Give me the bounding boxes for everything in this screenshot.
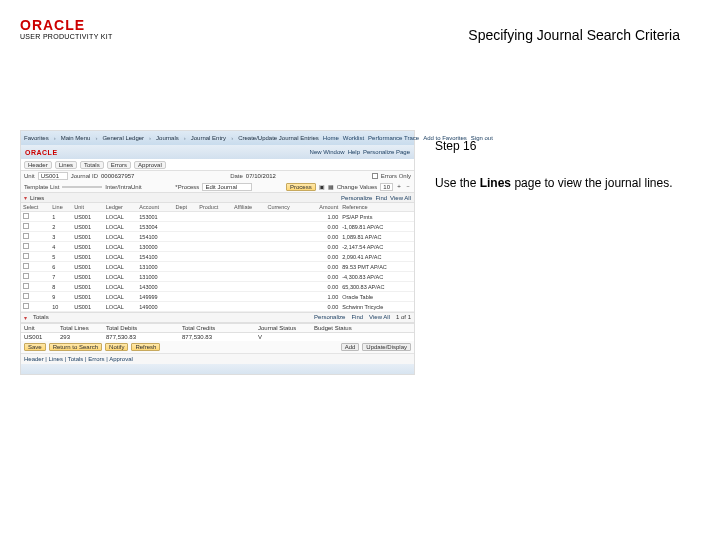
bc-sep <box>53 135 57 141</box>
cell-line: 7 <box>50 272 72 282</box>
unit-field[interactable]: US001 <box>38 172 68 180</box>
bc-0[interactable]: Favorites <box>24 135 49 141</box>
row-checkbox[interactable] <box>23 213 29 219</box>
perf-link[interactable]: Performance Trace <box>368 135 419 141</box>
bc-1[interactable]: Main Menu <box>61 135 91 141</box>
th-unit: Unit <box>24 325 54 331</box>
table-row[interactable]: 5US001LOCAL1541000.002,090.41 AP/AC <box>21 252 414 262</box>
tab-lines[interactable]: Lines <box>55 161 77 169</box>
minus-icon[interactable]: － <box>405 182 411 191</box>
row-checkbox[interactable] <box>23 283 29 289</box>
new-window-link[interactable]: New Window <box>310 149 345 155</box>
tab-approval[interactable]: Approval <box>134 161 166 169</box>
cell-amount: 0.00 <box>305 242 340 252</box>
signout-link[interactable]: Sign out <box>471 135 493 141</box>
totals-collapse-icon[interactable]: ▾ <box>24 314 27 321</box>
col-dept: Dept <box>174 203 198 212</box>
template-input[interactable] <box>62 186 102 188</box>
help-link[interactable]: Help <box>348 149 360 155</box>
home-link[interactable]: Home <box>323 135 339 141</box>
worklist-link[interactable]: Worklist <box>343 135 364 141</box>
th-lines: Total Lines <box>60 325 100 331</box>
bc-sep <box>148 135 152 141</box>
collapse-icon[interactable]: ▾ <box>24 194 27 201</box>
table-row[interactable]: 4US001LOCAL1300000.00-2,147.54 AP/AC <box>21 242 414 252</box>
cell-line: 1 <box>50 212 72 222</box>
totals-find-link[interactable]: Find <box>351 314 363 321</box>
tv-debits: 877,530.83 <box>106 334 176 340</box>
cell-reference: 65,300.83 AP/AC <box>340 282 414 292</box>
cell-amount: 1.00 <box>305 212 340 222</box>
notify-button[interactable]: Notify <box>105 343 128 351</box>
process-button[interactable]: Process <box>286 183 316 191</box>
step-instruction: Use the Lines page to view the journal l… <box>435 175 695 192</box>
process-select[interactable]: Edit Journal <box>202 183 252 191</box>
save-button[interactable]: Save <box>24 343 46 351</box>
find-link[interactable]: Find <box>375 195 387 201</box>
table-row[interactable]: 3US001LOCAL1541000.001,089.81 AP/AC <box>21 232 414 242</box>
cell-account: 131000 <box>137 262 173 272</box>
col-line: Line <box>50 203 72 212</box>
totals-viewall-link[interactable]: View All <box>369 314 390 321</box>
footer-links[interactable]: Header | Lines | Totals | Errors | Appro… <box>21 353 414 364</box>
row-checkbox[interactable] <box>23 303 29 309</box>
date-label: Date <box>230 173 243 179</box>
row-checkbox[interactable] <box>23 273 29 279</box>
row-checkbox[interactable] <box>23 223 29 229</box>
oracle-logo: ORACLE <box>20 17 113 33</box>
fav-link[interactable]: Add to Favorites <box>423 135 467 141</box>
col-account: Account <box>137 203 173 212</box>
bc-5[interactable]: Create/Update Journal Entries <box>238 135 319 141</box>
table-row[interactable]: 10US001LOCAL1490000.00Schwinn Tricycle <box>21 302 414 312</box>
tab-errors[interactable]: Errors <box>107 161 131 169</box>
personalize-link[interactable]: Personalize Page <box>363 149 410 155</box>
table-row[interactable]: 9US001LOCAL1499991.00Oracle Table <box>21 292 414 302</box>
cell-ledger: LOCAL <box>104 262 137 272</box>
return-button[interactable]: Return to Search <box>49 343 102 351</box>
plus-icon[interactable]: ＋ <box>396 182 402 191</box>
app-screenshot: Favorites Main Menu General Ledger Journ… <box>20 130 415 375</box>
cell-reference: 1,089.81 AP/AC <box>340 232 414 242</box>
change-values-label: Change Values <box>337 184 378 190</box>
tv-jstatus: V <box>258 334 308 340</box>
cell-account: 149999 <box>137 292 173 302</box>
th-credits: Total Credits <box>182 325 252 331</box>
line-input[interactable]: 10 <box>380 183 393 191</box>
row-checkbox[interactable] <box>23 293 29 299</box>
bc-4[interactable]: Journal Entry <box>191 135 226 141</box>
errors-only-checkbox[interactable] <box>372 173 378 179</box>
jid-label: Journal ID <box>71 173 98 179</box>
cell-unit: US001 <box>72 212 104 222</box>
oracle-logo-sub: USER PRODUCTIVITY KIT <box>20 33 113 40</box>
table-row[interactable]: 8US001LOCAL1430000.0065,300.83 AP/AC <box>21 282 414 292</box>
totals-personalize-link[interactable]: Personalize <box>314 314 345 321</box>
refresh-button[interactable]: Refresh <box>131 343 160 351</box>
table-row[interactable]: 6US001LOCAL1310000.0089.53 PMT AP/AC <box>21 262 414 272</box>
table-row[interactable]: 7US001LOCAL1310000.00-4,300.83 AP/AC <box>21 272 414 282</box>
tab-totals[interactable]: Totals <box>80 161 104 169</box>
row-checkbox[interactable] <box>23 243 29 249</box>
tab-header[interactable]: Header <box>24 161 52 169</box>
personalize-lines-link[interactable]: Personalize <box>341 195 372 201</box>
grid-icon[interactable]: ▣ <box>319 183 325 190</box>
cell-line: 9 <box>50 292 72 302</box>
table-row[interactable]: 1US001LOCAL1530011.00PS/AP Pmts <box>21 212 414 222</box>
cell-unit: US001 <box>72 232 104 242</box>
bc-2[interactable]: General Ledger <box>102 135 144 141</box>
add-button[interactable]: Add <box>341 343 360 351</box>
row-checkbox[interactable] <box>23 253 29 259</box>
cell-line: 8 <box>50 282 72 292</box>
cell-unit: US001 <box>72 242 104 252</box>
cell-unit: US001 <box>72 302 104 312</box>
table-row[interactable]: 2US001LOCAL1530040.00-1,089.81 AP/AC <box>21 222 414 232</box>
view-all-link[interactable]: View All <box>390 195 411 201</box>
grid-icon-2[interactable]: ▦ <box>328 183 334 190</box>
cell-account: 131000 <box>137 272 173 282</box>
bc-3[interactable]: Journals <box>156 135 179 141</box>
row-checkbox[interactable] <box>23 263 29 269</box>
cell-ledger: LOCAL <box>104 252 137 262</box>
update-button[interactable]: Update/Display <box>362 343 411 351</box>
cell-ledger: LOCAL <box>104 242 137 252</box>
brand-bar: ORACLE New Window Help Personalize Page <box>21 145 414 159</box>
row-checkbox[interactable] <box>23 233 29 239</box>
